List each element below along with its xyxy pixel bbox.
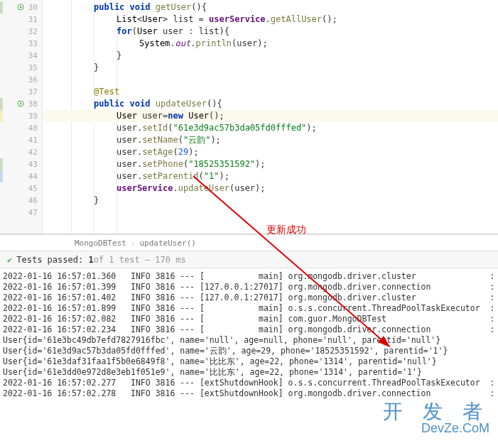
console-line: User{id='61e3d9ac57b3da05fd0fffed', name… — [3, 346, 498, 356]
modified-marker — [0, 98, 3, 110]
console-line: 2022-01-16 16:57:01.360 INFO 3816 --- [ … — [3, 271, 498, 282]
tests-status-bar: ✔ Tests passed: 1 of 1 test – 170 ms — [0, 251, 498, 268]
code-line[interactable]: User user=new User(); — [43, 110, 498, 122]
code-line[interactable]: System.out.println(user); — [43, 38, 498, 50]
chevron-right-icon: › — [131, 239, 136, 248]
gutter-line[interactable]: 47 — [0, 207, 42, 219]
code-line[interactable]: user.setName("云韵"); — [43, 134, 498, 146]
line-number: 41 — [22, 136, 38, 145]
gutter-line[interactable]: 43 — [0, 158, 42, 170]
console-line: 2022-01-16 16:57:01.402 INFO 3816 --- [1… — [3, 293, 498, 303]
line-number: 39 — [22, 111, 38, 121]
gutter-line[interactable]: 45 — [0, 182, 42, 195]
run-icon[interactable] — [17, 4, 24, 11]
code-line[interactable]: @Test — [43, 86, 498, 98]
code-line[interactable]: userService.updateUser(user); — [43, 182, 498, 195]
line-number: 38 — [22, 99, 38, 109]
line-number: 44 — [22, 172, 38, 181]
code-line[interactable] — [43, 74, 498, 86]
line-number: 42 — [22, 148, 38, 157]
modified-marker — [0, 170, 3, 182]
code-line[interactable]: } — [43, 195, 498, 207]
code-line[interactable]: user.setParentid("1"); — [43, 170, 498, 182]
line-number: 36 — [22, 75, 38, 84]
gutter-line[interactable]: 39 — [0, 110, 42, 122]
gutter-line[interactable]: 36 — [0, 74, 42, 86]
modified-marker — [0, 110, 3, 122]
breadcrumb[interactable]: MongoDBTest › updateUser() — [0, 234, 498, 251]
gutter: 303132333435363738394041424344454647 — [0, 0, 43, 234]
code-line[interactable]: user.setAge(29); — [43, 146, 498, 158]
line-number: 37 — [22, 87, 38, 97]
line-number: 31 — [22, 15, 38, 24]
gutter-line[interactable]: 32 — [0, 26, 42, 38]
gutter-line[interactable]: 41 — [0, 134, 42, 146]
line-number: 43 — [22, 160, 38, 169]
gutter-line[interactable]: 34 — [0, 50, 42, 62]
gutter-line[interactable]: 30 — [0, 1, 42, 13]
console-line: User{id='61e3bc49db7efd7827916fbc', name… — [3, 335, 498, 346]
line-number: 34 — [22, 51, 38, 60]
line-number: 46 — [22, 196, 38, 205]
console-output[interactable]: 2022-01-16 16:57:01.360 INFO 3816 --- [ … — [0, 268, 498, 399]
watermark-line1: 开 发 者 — [383, 401, 489, 422]
gutter-line[interactable]: 46 — [0, 195, 42, 207]
gutter-line[interactable]: 37 — [0, 86, 42, 98]
code-line[interactable]: for(User user : list){ — [43, 26, 498, 38]
gutter-line[interactable]: 42 — [0, 146, 42, 158]
tests-count: 1 — [88, 255, 93, 265]
console-line: 2022-01-16 16:57:02.082 INFO 3816 --- [ … — [3, 314, 498, 324]
console-line: 2022-01-16 16:57:01.399 INFO 3816 --- [1… — [3, 282, 498, 293]
gutter-line[interactable]: 40 — [0, 122, 42, 134]
code-area[interactable]: public void getUser(){List<User> list = … — [43, 0, 498, 234]
breadcrumb-item[interactable]: MongoDBTest — [75, 239, 126, 248]
console-line: User{id='61e3dd0e972d8e3eb1f051e9', name… — [3, 367, 498, 378]
line-number: 40 — [22, 124, 38, 133]
watermark: 开 发 者 DevZe.CoM — [383, 401, 489, 435]
code-editor[interactable]: 303132333435363738394041424344454647 pub… — [0, 0, 498, 234]
tests-label: Tests passed: — [16, 255, 83, 265]
gutter-line[interactable]: 35 — [0, 62, 42, 74]
console-line: 2022-01-16 16:57:02.278 INFO 3816 --- [e… — [3, 388, 498, 399]
gutter-line[interactable]: 38 — [0, 98, 42, 110]
watermark-line2: DevZe.CoM — [383, 422, 489, 435]
line-number: 45 — [22, 184, 38, 193]
code-line[interactable]: user.setPhone("18525351592"); — [43, 158, 498, 170]
console-line: User{id='61e3daf31faa1f5b0e6849f8', name… — [3, 356, 498, 367]
gutter-line[interactable]: 33 — [0, 38, 42, 50]
gutter-line[interactable]: 44 — [0, 170, 42, 182]
code-line[interactable]: public void updateUser(){ — [43, 98, 498, 110]
line-number: 33 — [22, 39, 38, 48]
line-number: 32 — [22, 27, 38, 36]
tests-summary: of 1 test – 170 ms — [94, 255, 186, 265]
modified-marker — [0, 1, 3, 13]
breadcrumb-item[interactable]: updateUser() — [139, 239, 195, 248]
console-line: 2022-01-16 16:57:02.277 INFO 3816 --- [e… — [3, 378, 498, 388]
code-line[interactable]: List<User> list = userService.getAllUser… — [43, 13, 498, 26]
code-line[interactable] — [43, 207, 498, 219]
line-number: 35 — [22, 63, 38, 72]
modified-marker — [0, 158, 3, 170]
console-line: 2022-01-16 16:57:02.234 INFO 3816 --- [ … — [3, 324, 498, 335]
run-icon[interactable] — [17, 100, 24, 107]
console-line: 2022-01-16 16:57:01.899 INFO 3816 --- [ … — [3, 303, 498, 314]
check-icon: ✔ — [7, 255, 12, 265]
code-line[interactable]: } — [43, 50, 498, 62]
line-number: 30 — [22, 3, 38, 12]
code-line[interactable]: user.setId("61e3d9ac57b3da05fd0fffed"); — [43, 122, 498, 134]
line-number: 47 — [22, 208, 38, 217]
code-line[interactable]: public void getUser(){ — [43, 1, 498, 13]
gutter-line[interactable]: 31 — [0, 13, 42, 26]
code-line[interactable]: } — [43, 62, 498, 74]
